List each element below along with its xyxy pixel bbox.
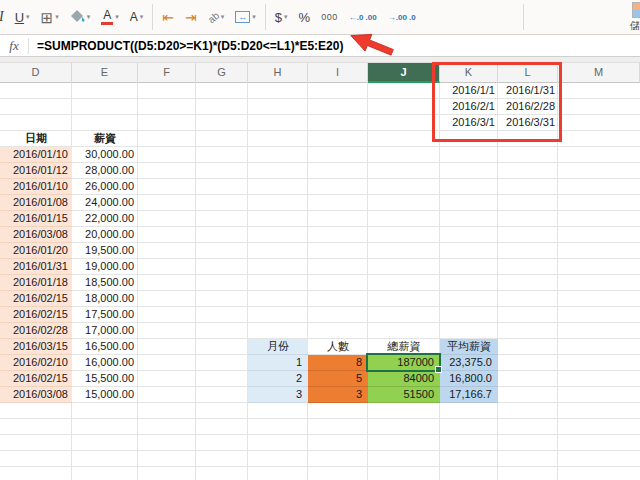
orientation-button[interactable]: ab	[206, 5, 227, 29]
font-color-letter: A	[103, 9, 111, 21]
decrease-indent-icon: ⇤	[162, 10, 174, 24]
cell-D12[interactable]: 2016/01/31	[0, 259, 72, 275]
font-color-icon: A	[101, 9, 113, 25]
cell-H20[interactable]: 3	[248, 387, 308, 403]
cell-L3[interactable]: 2016/3/31	[498, 115, 558, 131]
fill-color-button[interactable]	[68, 5, 93, 29]
spreadsheet-app: I U ⊞ A A ⇤ ⇥ ab ↔ $ % 000 ←.0 .00 →.00 …	[0, 0, 640, 480]
cell-I20[interactable]: 3	[308, 387, 368, 403]
merge-center-button[interactable]: ↔	[233, 5, 258, 29]
cell-D18[interactable]: 2016/02/10	[0, 355, 72, 371]
cell-I18[interactable]: 8	[308, 355, 368, 371]
cell-D4-date-header[interactable]: 日期	[0, 131, 72, 147]
cell-D15[interactable]: 2016/02/15	[0, 307, 72, 323]
cell-D14[interactable]: 2016/02/15	[0, 291, 72, 307]
column-header-M[interactable]: M	[558, 63, 640, 83]
cell-D5[interactable]: 2016/01/10	[0, 147, 72, 163]
cell-D9[interactable]: 2016/01/15	[0, 211, 72, 227]
decrease-decimal-button[interactable]: →.00 .0	[386, 5, 418, 29]
cell-K18[interactable]: 23,375.0	[440, 355, 498, 371]
column-header-J-selected[interactable]: J	[368, 63, 440, 83]
cell-E11[interactable]: 19,500.00	[72, 243, 138, 259]
cell-E15[interactable]: 17,500.00	[72, 307, 138, 323]
cell-J17-total-header[interactable]: 總薪資	[368, 339, 440, 355]
cell-D7[interactable]: 2016/01/10	[0, 179, 72, 195]
cell-D11[interactable]: 2016/01/20	[0, 243, 72, 259]
cell-L1[interactable]: 2016/1/31	[498, 83, 558, 99]
cell-K2[interactable]: 2016/2/1	[440, 99, 498, 115]
column-header-I[interactable]: I	[308, 63, 368, 83]
decrease-indent-button[interactable]: ⇤	[160, 5, 176, 29]
cell-E9[interactable]: 22,000.00	[72, 211, 138, 227]
column-header-L[interactable]: L	[498, 63, 558, 83]
increase-indent-button[interactable]: ⇥	[183, 5, 199, 29]
cell-D16[interactable]: 2016/02/28	[0, 323, 72, 339]
cell-E10[interactable]: 20,000.00	[72, 227, 138, 243]
column-header-G[interactable]: G	[196, 63, 248, 83]
cell-K19[interactable]: 16,800.0	[440, 371, 498, 387]
cell-E18[interactable]: 16,000.00	[72, 355, 138, 371]
cell-D6[interactable]: 2016/01/12	[0, 163, 72, 179]
column-header-D[interactable]: D	[0, 63, 72, 83]
cell-E16[interactable]: 17,000.00	[72, 323, 138, 339]
cell-E7[interactable]: 26,000.00	[72, 179, 138, 195]
cell-K1[interactable]: 2016/1/1	[440, 83, 498, 99]
cell-H19[interactable]: 2	[248, 371, 308, 387]
cell-E12[interactable]: 19,000.00	[72, 259, 138, 275]
cell-styles-button[interactable]: 儲存	[630, 2, 640, 33]
column-header-F[interactable]: F	[138, 63, 196, 83]
cell-I17-count-header[interactable]: 人數	[308, 339, 368, 355]
percent-icon: %	[299, 10, 311, 25]
cell-D17[interactable]: 2016/03/15	[0, 339, 72, 355]
fill-color-icon	[70, 9, 85, 26]
cell-D19[interactable]: 2016/02/15	[0, 371, 72, 387]
ribbon-toolbar: I U ⊞ A A ⇤ ⇥ ab ↔ $ % 000 ←.0 .00 →.00 …	[0, 0, 640, 35]
cell-K20[interactable]: 17,166.7	[440, 387, 498, 403]
sheet-grid[interactable]: 2016/1/1 2016/1/31 2016/2/1 2016/2/28 20…	[0, 83, 640, 480]
cell-H17-month-header[interactable]: 月份	[248, 339, 308, 355]
cell-D13[interactable]: 2016/01/18	[0, 275, 72, 291]
cell-E14[interactable]: 18,000.00	[72, 291, 138, 307]
borders-icon: ⊞	[41, 10, 54, 25]
increase-decimal-icon: ←.0 .00	[349, 13, 377, 22]
cell-D8[interactable]: 2016/01/08	[0, 195, 72, 211]
cell-K17-avg-header[interactable]: 平均薪資	[440, 339, 498, 355]
borders-button[interactable]: ⊞	[39, 5, 61, 29]
column-header-H[interactable]: H	[248, 63, 308, 83]
underline-button[interactable]: U	[13, 5, 32, 29]
font-color-button[interactable]: A	[99, 5, 121, 29]
cell-D10[interactable]: 2016/03/08	[0, 227, 72, 243]
accounting-format-button[interactable]: $	[273, 5, 290, 29]
gridline	[195, 83, 196, 480]
cell-K3[interactable]: 2016/3/1	[440, 115, 498, 131]
cell-H18[interactable]: 1	[248, 355, 308, 371]
cell-J19[interactable]: 84000	[368, 371, 440, 387]
percent-style-button[interactable]: %	[297, 5, 313, 29]
comma-style-button[interactable]: 000	[319, 5, 340, 29]
fx-icon: fx	[0, 38, 28, 54]
currency-icon: $	[275, 10, 282, 25]
cell-E8[interactable]: 24,000.00	[72, 195, 138, 211]
formula-input[interactable]: =SUMPRODUCT((D5:D20>=K1)*(D5:D20<=L1)*E5…	[29, 39, 343, 53]
italic-button[interactable]: I	[0, 5, 6, 29]
gridline	[497, 83, 498, 480]
cell-E17[interactable]: 16,500.00	[72, 339, 138, 355]
cell-L2[interactable]: 2016/2/28	[498, 99, 558, 115]
cell-E4-salary-header[interactable]: 薪資	[72, 131, 138, 147]
cell-E20[interactable]: 15,000.00	[72, 387, 138, 403]
gridline	[247, 83, 248, 480]
cell-E19[interactable]: 15,500.00	[72, 371, 138, 387]
cell-J20[interactable]: 51500	[368, 387, 440, 403]
cell-J18-active-cell[interactable]: 187000	[368, 355, 440, 371]
cell-E5[interactable]: 30,000.00	[72, 147, 138, 163]
cell-I19[interactable]: 5	[308, 371, 368, 387]
cell-E6[interactable]: 28,000.00	[72, 163, 138, 179]
phonetic-guide-button[interactable]: A	[128, 5, 146, 29]
cell-E13[interactable]: 18,500.00	[72, 275, 138, 291]
increase-indent-icon: ⇥	[185, 10, 197, 24]
column-header-K[interactable]: K	[440, 63, 498, 83]
merge-center-icon: ↔	[235, 11, 250, 23]
increase-decimal-button[interactable]: ←.0 .00	[347, 5, 379, 29]
column-header-E[interactable]: E	[72, 63, 138, 83]
cell-D20[interactable]: 2016/03/08	[0, 387, 72, 403]
